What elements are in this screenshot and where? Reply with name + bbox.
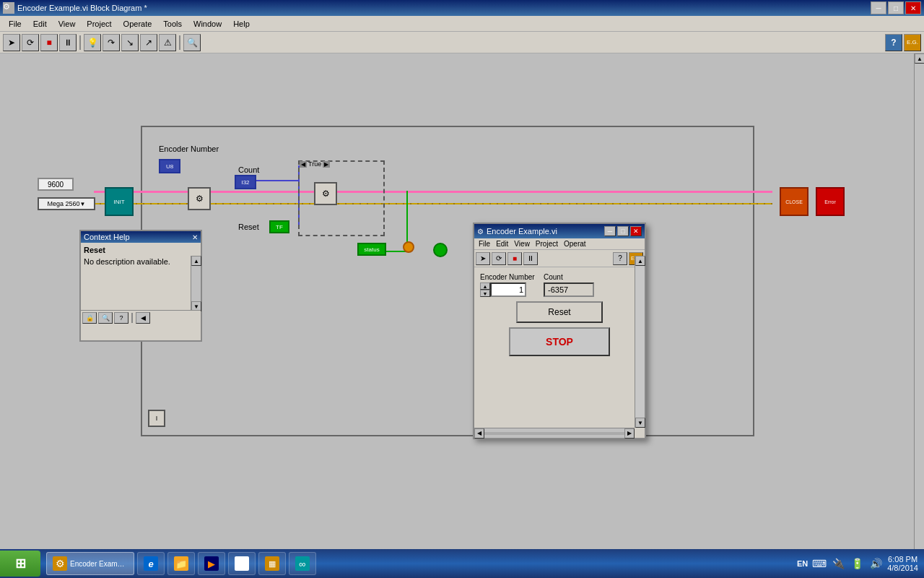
main-menu-bar: File Edit View Project Operate Tools Win… [0,16,924,32]
fp-encoder-label: Encoder Number [480,273,538,281]
warn-button[interactable]: ⚠ [159,34,176,51]
fp-count-label: Count [544,273,601,281]
folder-icon: 📁 [174,556,188,571]
fp-pause-btn[interactable]: ⏸ [523,252,538,265]
fp-minimize-btn[interactable]: ─ [604,226,616,236]
taskbar-app-chrome[interactable]: ◉ [228,552,256,575]
menu-project[interactable]: Project [81,18,117,30]
fp-scroll-up[interactable]: ▲ [635,256,645,266]
fp-scroll-right[interactable]: ▶ [624,428,635,439]
step-over-button[interactable]: ↷ [103,34,120,51]
main-scrollbar-vertical[interactable]: ▲ ▼ [914,53,924,578]
error-block: Error [816,187,845,216]
taskbar-app-arduino[interactable]: ∞ [289,552,316,575]
system-clock: 6:08 PM 4/8/2014 [887,555,918,572]
menu-window[interactable]: Window [188,18,227,30]
taskbar-app-wmp[interactable]: ▶ [198,552,225,575]
maximize-button[interactable]: □ [888,1,904,14]
fp-scroll-left[interactable]: ◀ [474,428,484,439]
main-toolbar: ➤ ⟳ ■ ⏸ 💡 ↷ ↘ ↗ ⚠ 🔍 ? E.G. [0,32,924,53]
close-button[interactable]: ✕ [905,1,921,14]
wmp-icon: ▶ [204,556,219,571]
clock-time: 6:08 PM [887,555,918,564]
question-btn[interactable]: ? [114,312,128,324]
fp-encoder-value[interactable] [490,282,526,297]
context-help-button[interactable]: E.G. [904,34,921,51]
fp-stop-button[interactable]: STOP [509,327,610,356]
taskbar-app-folder[interactable]: 📁 [167,552,195,575]
fp-menu-view[interactable]: View [511,239,533,249]
help-button[interactable]: ? [885,34,902,51]
context-help-scrollbar[interactable]: ▲ ▼ [191,256,201,311]
fp-content: Encoder Number ▲ ▼ Count -6357 Reset STO… [474,267,645,366]
context-help-close[interactable]: ✕ [192,233,198,241]
board-dropdown[interactable]: Mega 2560 ▼ [38,197,95,210]
context-help-description: No description available. [84,257,198,266]
find-button[interactable]: 🔍 [183,34,201,51]
tf-node: TF [269,220,289,233]
taskbar-app-vi[interactable]: ▦ [258,552,286,575]
fp-spinner-up[interactable]: ▲ [480,282,490,290]
abort-button[interactable]: ■ [40,34,58,51]
fp-run-btn[interactable]: ➤ [476,252,490,265]
pause-button[interactable]: ⏸ [59,34,77,51]
main-window-title: Encoder Example.vi Block Diagram * [17,4,871,12]
fp-close-btn[interactable]: ✕ [630,226,642,236]
bd-frame [141,126,754,436]
keyboard-icon: ⌨ [812,556,827,571]
frame-indicator: I [148,410,165,427]
fp-toolbar: ➤ ⟳ ■ ⏸ ? E.G. [474,250,645,267]
clock-date: 4/8/2014 [887,564,918,572]
highlight-button[interactable]: 💡 [84,34,101,51]
menu-tools[interactable]: Tools [157,18,188,30]
fp-menu-edit[interactable]: Edit [493,239,511,249]
fp-help-btn[interactable]: ? [613,252,627,265]
fp-run-cont-btn[interactable]: ⟳ [492,252,506,265]
run-continuously-button[interactable]: ⟳ [22,34,39,51]
arduino-icon: ∞ [295,556,310,571]
search-btn[interactable]: 🔍 [98,312,113,324]
fp-stop-run-btn[interactable]: ■ [507,252,522,265]
menu-operate[interactable]: Operate [118,18,158,30]
blue-wire [253,180,300,181]
fp-menu-project[interactable]: Project [533,239,561,249]
case-structure: ◀ True ▶ ⚙ [298,160,385,236]
fp-scrollbar-bottom[interactable]: ◀ ▶ [474,428,635,438]
fp-scroll-htrack [484,432,624,435]
lock-btn[interactable]: 🔒 [82,312,97,324]
menu-view[interactable]: View [53,18,82,30]
fp-maximize-btn[interactable]: □ [617,226,629,236]
context-help-heading: Reset [84,246,198,254]
fp-menu-file[interactable]: File [476,239,493,249]
fp-scroll-down[interactable]: ▼ [635,418,645,428]
fp-reset-button[interactable]: Reset [516,301,603,323]
start-button[interactable]: ⊞ [0,551,40,577]
taskbar-app-labview[interactable]: ⚙ Encoder Example.vi [46,552,134,575]
labview-icon: ⚙ [53,556,67,571]
reset-label: Reset [238,223,259,231]
step-into-button[interactable]: ↘ [121,34,139,51]
taskbar-app-label: Encoder Example.vi [70,560,128,568]
scroll-up-btn[interactable]: ▲ [191,256,201,266]
taskbar-app-ie[interactable]: e [137,552,165,575]
fp-app-icon: ⚙ [477,228,484,236]
context-help-title-label: Context Help [84,233,130,241]
fp-title-controls: ─ □ ✕ [604,226,642,236]
main-scroll-up[interactable]: ▲ [915,53,924,64]
vi-icon: ▦ [265,556,279,571]
nav-left-btn[interactable]: ◀ [136,312,150,324]
minimize-button[interactable]: ─ [871,1,886,14]
menu-edit[interactable]: Edit [27,18,53,30]
run-arrow-button[interactable]: ➤ [3,34,20,51]
close-block: CLOSE [780,187,808,216]
title-bar-controls: ─ □ ✕ [871,1,921,14]
step-out-button[interactable]: ↗ [140,34,157,51]
fp-menu-operate[interactable]: Operat [561,239,589,249]
menu-help[interactable]: Help [227,18,256,30]
fp-spinner-down[interactable]: ▼ [480,290,490,297]
fp-scrollbar-right[interactable]: ▲ ▼ [635,256,645,428]
menu-file[interactable]: File [3,18,27,30]
fp-encoder-spinner[interactable]: ▲ ▼ [480,282,490,297]
footer-sep [131,313,133,323]
context-help-body: Reset No description available. [81,243,201,269]
